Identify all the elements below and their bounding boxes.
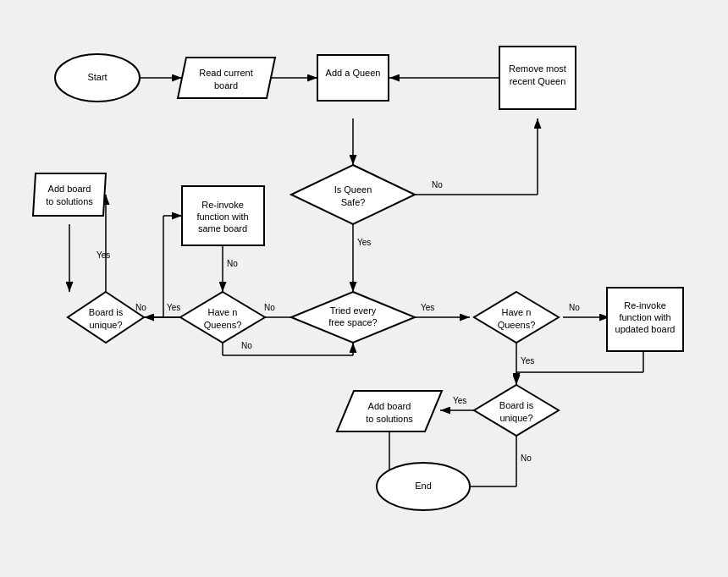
remove-queen-label1: Remove most [509, 63, 566, 74]
label-havenq2-yes: Yes [521, 356, 534, 365]
board-unique1-label1: Board is [89, 307, 124, 317]
label-issafe-yes: Yes [357, 238, 371, 247]
reinvoke-same-label1: Re-invoke [201, 200, 244, 210]
label-issafe-no: No [432, 180, 443, 190]
add-queen-label: Add a Queen [326, 68, 381, 78]
label-boarduniq1-no: No [135, 303, 146, 312]
have-nqueens1-shape [180, 292, 265, 343]
read-board-label2: board [214, 80, 238, 91]
have-nqueens2-label2: Queens? [498, 320, 536, 330]
reinvoke-updated-label1: Re-invoke [624, 300, 666, 310]
diagram-container: No Yes No Yes No Yes Yes No Yes [0, 0, 728, 577]
reinvoke-same-label3: same board [198, 223, 247, 234]
read-board-shape [178, 58, 275, 98]
tried-every-label1: Tried every [330, 305, 377, 316]
label-boarduniq1-yes: Yes [97, 250, 110, 260]
label-boarduniq2-yes: Yes [453, 396, 466, 405]
label-boarduniq2-no: No [521, 453, 532, 463]
label-reinvokesame-no: No [227, 259, 238, 268]
read-board-label: Read current [199, 68, 253, 78]
reinvoke-updated-label3: updated board [615, 324, 676, 334]
label-tried-yes: Yes [421, 303, 434, 312]
add-solutions2-label2: to solutions [366, 414, 413, 424]
board-unique2-label1: Board is [499, 400, 534, 410]
add-solutions2-label1: Add board [368, 401, 411, 411]
board-unique1-shape [68, 292, 144, 343]
remove-queen-label2: recent Queen [510, 76, 566, 86]
label-havenq1-no: No [241, 341, 252, 350]
add-solutions2-shape [337, 391, 442, 431]
reinvoke-updated-label2: function with [619, 312, 670, 322]
label-tried-no: No [264, 303, 275, 312]
add-solutions1-label2: to solutions [46, 196, 93, 206]
board-unique2-label2: unique? [499, 413, 532, 423]
is-queen-safe-label2: Safe? [341, 197, 366, 207]
have-nqueens2-shape [474, 292, 559, 343]
is-queen-safe-shape [291, 165, 415, 224]
reinvoke-same-label2: function with [196, 212, 248, 222]
label-havenq2-no: No [569, 303, 580, 312]
have-nqueens2-label1: Have n [502, 307, 532, 317]
board-unique2-shape [474, 385, 559, 436]
add-queen-shape [317, 55, 389, 101]
tried-every-label2: free space? [328, 317, 377, 327]
add-solutions1-shape [33, 173, 106, 216]
have-nqueens1-label2: Queens? [204, 320, 242, 330]
end-label: End [415, 481, 432, 491]
have-nqueens1-label1: Have n [208, 307, 238, 317]
label-havenq1-yes: Yes [167, 303, 180, 312]
add-solutions1-label1: Add board [48, 184, 91, 194]
start-label: Start [87, 72, 107, 82]
board-unique1-label2: unique? [89, 320, 122, 330]
is-queen-safe-label1: Is Queen [334, 184, 372, 195]
